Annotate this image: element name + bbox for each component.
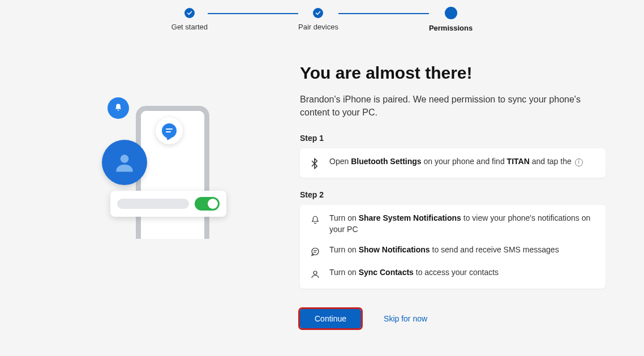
step-label: Permissions bbox=[429, 24, 473, 32]
message-icon bbox=[309, 246, 321, 258]
step1-card: Open Bluetooth Settings on your phone an… bbox=[300, 148, 606, 178]
step2-card: Turn on Share System Notifications to vi… bbox=[300, 205, 606, 288]
step1-text: Open Bluetooth Settings on your phone an… bbox=[329, 156, 596, 168]
check-icon bbox=[313, 8, 323, 18]
step1-row: Open Bluetooth Settings on your phone an… bbox=[309, 156, 596, 170]
toggle-card bbox=[110, 191, 226, 217]
step-connector bbox=[338, 13, 429, 14]
page-title: You are almost there! bbox=[300, 63, 606, 83]
step-label: Get started bbox=[171, 23, 208, 31]
info-icon: i bbox=[575, 158, 583, 166]
step-label: Pair devices bbox=[298, 23, 338, 31]
step-connector bbox=[208, 13, 298, 14]
instructions-panel: You are almost there! Brandon's iPhone i… bbox=[300, 63, 606, 328]
step2-row-sms: Turn on Show Notifications to send and r… bbox=[309, 245, 596, 258]
step2-row-notifications: Turn on Share System Notifications to vi… bbox=[309, 213, 596, 235]
bluetooth-icon bbox=[309, 157, 321, 170]
page-subtext: Brandon's iPhone is paired. We need perm… bbox=[300, 93, 606, 119]
row-text: Turn on Show Notifications to send and r… bbox=[329, 245, 596, 256]
svg-point-4 bbox=[314, 271, 317, 274]
toggle-on-icon bbox=[195, 197, 220, 211]
row-text: Turn on Share System Notifications to vi… bbox=[329, 213, 596, 235]
bell-icon bbox=[108, 97, 129, 119]
button-row: Continue Skip for now bbox=[300, 309, 606, 328]
bell-outline-icon bbox=[309, 214, 321, 226]
person-icon bbox=[309, 268, 321, 281]
check-icon bbox=[184, 8, 195, 18]
progress-stepper: Get started Pair devices Permissions bbox=[158, 8, 486, 32]
chat-icon bbox=[156, 117, 183, 144]
skip-button[interactable]: Skip for now bbox=[384, 314, 427, 323]
step1-heading: Step 1 bbox=[300, 134, 606, 143]
step2-row-contacts: Turn on Sync Contacts to access your con… bbox=[309, 267, 596, 281]
content-area: You are almost there! Brandon's iPhone i… bbox=[0, 63, 644, 328]
current-step-dot-icon bbox=[445, 7, 457, 19]
step-get-started: Get started bbox=[171, 8, 208, 31]
placeholder-bar bbox=[117, 199, 189, 209]
svg-point-1 bbox=[312, 248, 319, 255]
step2-heading: Step 2 bbox=[300, 190, 606, 199]
avatar-icon bbox=[102, 140, 147, 185]
continue-button[interactable]: Continue bbox=[300, 309, 361, 328]
svg-point-0 bbox=[121, 155, 129, 163]
illustration bbox=[74, 92, 266, 273]
step-pair-devices: Pair devices bbox=[298, 8, 338, 31]
step-permissions: Permissions bbox=[429, 8, 473, 32]
row-text: Turn on Sync Contacts to access your con… bbox=[329, 267, 596, 278]
page-root: Get started Pair devices Permissions bbox=[0, 0, 644, 356]
